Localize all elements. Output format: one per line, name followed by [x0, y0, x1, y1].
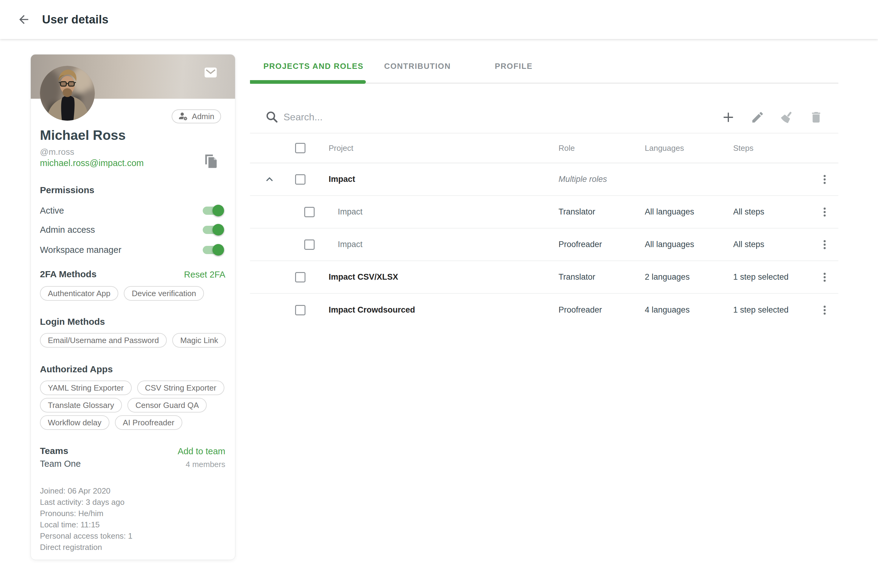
table-row-group: Impact Multiple roles: [250, 163, 838, 196]
tab-projects-and-roles[interactable]: PROJECTS AND ROLES: [263, 62, 363, 71]
row-menu-button[interactable]: [818, 271, 831, 284]
copy-email-button[interactable]: [203, 153, 219, 169]
envelope-icon: [204, 67, 217, 78]
back-button[interactable]: [17, 12, 31, 27]
toggle-knob: [212, 205, 224, 216]
login-method-chip: Email/Username and Password: [40, 333, 167, 348]
twofa-chips: Authenticator App Device verification: [40, 286, 204, 301]
toggle-row-active: Active: [40, 203, 225, 218]
project-name: Impact: [329, 240, 558, 249]
table-row: Impact CSV/XLSX Translator 2 languages 1…: [250, 261, 838, 294]
app-chip: Workflow delay: [40, 415, 110, 430]
project-name: Impact Crowdsourced: [329, 305, 558, 315]
project-role: Proofreader: [558, 240, 645, 249]
meta-local-time: Local time: 11:15: [40, 519, 132, 530]
search-input[interactable]: [284, 111, 634, 123]
kebab-icon: [820, 272, 829, 282]
reset-2fa-link[interactable]: Reset 2FA: [184, 270, 225, 280]
kebab-icon: [820, 207, 829, 217]
edit-button[interactable]: [750, 110, 765, 124]
authorized-apps-chips-row1: YAML String Exporter CSV String Exporter: [40, 381, 224, 395]
user-email-link[interactable]: michael.ross@impact.com: [40, 158, 144, 168]
search-row: [250, 101, 838, 134]
project-role: Proofreader: [558, 305, 645, 315]
project-steps: All steps: [733, 207, 818, 217]
project-role: Translator: [558, 207, 645, 217]
user-card: Admin Michael Ross @m.ross michael.ross@…: [30, 54, 235, 560]
meta-pronouns: Pronouns: He/him: [40, 508, 132, 519]
row-checkbox[interactable]: [295, 272, 305, 282]
project-languages: All languages: [645, 240, 733, 249]
meta-access-tokens: Personal access tokens: 1: [40, 530, 132, 542]
column-header-steps: Steps: [733, 144, 818, 153]
arrow-left-icon: [17, 13, 30, 26]
toggle-label: Admin access: [40, 225, 95, 235]
row-menu-button[interactable]: [818, 238, 831, 251]
authorized-apps-title: Authorized Apps: [40, 364, 113, 374]
app-chip: AI Proofreader: [115, 415, 182, 430]
active-tab-indicator: [250, 80, 366, 84]
team-name: Team One: [40, 459, 81, 469]
project-name: Impact: [329, 207, 558, 217]
kebab-icon: [820, 305, 829, 315]
user-name: Michael Ross: [40, 128, 126, 143]
user-details-page: User details: [0, 0, 878, 588]
project-steps: 1 step selected: [733, 305, 818, 315]
authorized-apps-chips-row3: Workflow delay AI Proofreader: [40, 415, 182, 430]
table-row-sub: Impact Proofreader All languages All ste…: [250, 228, 838, 261]
teams-title: Teams: [40, 446, 68, 456]
row-checkbox[interactable]: [295, 305, 305, 315]
select-all-checkbox[interactable]: [295, 143, 305, 153]
admin-user-gear-icon: [178, 111, 188, 121]
table-row-sub: Impact Translator All languages All step…: [250, 196, 838, 228]
projects-roles-table: Project Role Languages Steps Impact Mult…: [250, 134, 838, 326]
twofa-title: 2FA Methods: [40, 269, 97, 279]
admin-access-toggle[interactable]: [203, 226, 222, 234]
workspace-manager-toggle[interactable]: [203, 246, 222, 254]
row-checkbox[interactable]: [304, 207, 314, 217]
tab-profile[interactable]: PROFILE: [495, 62, 532, 71]
clear-button[interactable]: [780, 110, 794, 124]
row-checkbox[interactable]: [295, 174, 305, 184]
table-row: Impact Crowdsourced Proofreader 4 langua…: [250, 294, 838, 326]
toggle-row-admin-access: Admin access: [40, 222, 225, 237]
toggle-row-workspace-manager: Workspace manager: [40, 243, 225, 257]
delete-button[interactable]: [809, 110, 823, 124]
column-header-role: Role: [558, 144, 645, 153]
project-steps: All steps: [733, 240, 818, 249]
row-menu-button[interactable]: [818, 304, 831, 316]
project-name: Impact: [329, 175, 558, 184]
toggle-label: Active: [40, 206, 64, 216]
kebab-icon: [820, 174, 829, 184]
add-to-team-link[interactable]: Add to team: [178, 446, 225, 456]
row-checkbox[interactable]: [304, 240, 314, 250]
user-handle: @m.ross: [40, 147, 74, 157]
tab-contribution[interactable]: CONTRIBUTION: [384, 62, 451, 71]
toggle-knob: [212, 224, 224, 236]
project-steps: 1 step selected: [733, 272, 818, 282]
admin-badge-label: Admin: [192, 112, 214, 121]
active-toggle[interactable]: [203, 207, 222, 215]
detail-tabs: PROJECTS AND ROLES CONTRIBUTION PROFILE: [250, 57, 838, 84]
team-members-count: 4 members: [186, 460, 225, 469]
plus-icon: [721, 110, 735, 124]
project-languages: All languages: [645, 207, 733, 217]
table-toolbar: [721, 101, 823, 134]
admin-badge: Admin: [171, 110, 221, 123]
collapse-group-button[interactable]: [263, 173, 275, 186]
kebab-icon: [820, 240, 829, 250]
top-bar: User details: [0, 0, 878, 39]
app-chip: Censor Guard QA: [128, 398, 207, 412]
toggle-knob: [212, 244, 224, 256]
chevron-up-icon: [264, 174, 275, 184]
row-menu-button[interactable]: [818, 206, 831, 219]
add-button[interactable]: [721, 110, 735, 124]
send-email-button[interactable]: [204, 67, 217, 78]
login-method-chips: Email/Username and Password Magic Link: [40, 333, 226, 348]
project-name: Impact CSV/XLSX: [329, 272, 558, 282]
search-icon: [265, 110, 279, 124]
table-header-row: Project Role Languages Steps: [250, 134, 838, 163]
column-header-languages: Languages: [645, 144, 733, 153]
row-menu-button[interactable]: [818, 173, 831, 186]
meta-last-activity: Last activity: 3 days ago: [40, 496, 132, 508]
